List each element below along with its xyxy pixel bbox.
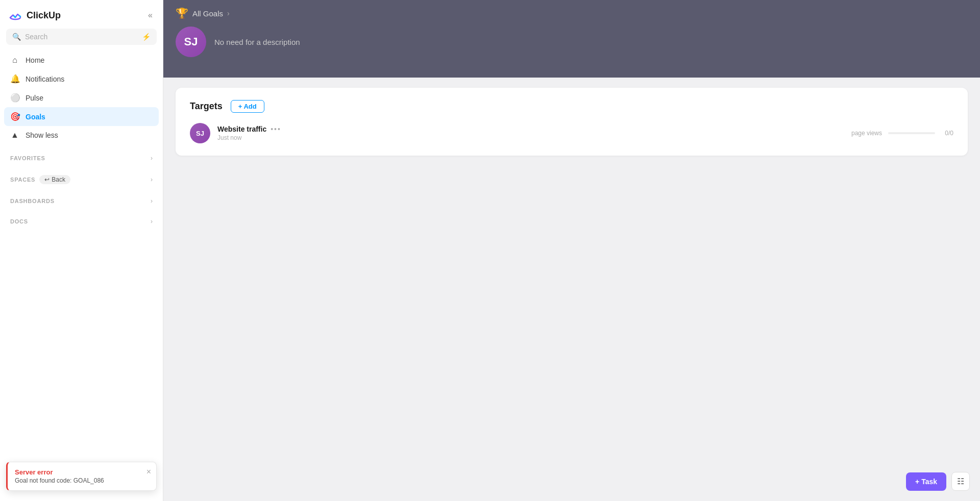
targets-title: Targets xyxy=(190,101,223,112)
back-label: Back xyxy=(52,176,65,183)
sidebar-item-home[interactable]: ⌂ Home xyxy=(4,51,159,69)
dashboards-chevron-icon: › xyxy=(151,197,153,205)
targets-header: Targets + Add xyxy=(190,100,953,113)
collapse-sidebar-button[interactable]: « xyxy=(146,9,155,22)
goal-header-section: SJ No need for a description xyxy=(163,27,980,78)
spaces-label: SPACES xyxy=(10,177,35,183)
breadcrumb-all-goals[interactable]: All Goals xyxy=(192,9,223,18)
back-pill[interactable]: ↩ Back xyxy=(39,175,70,184)
top-bar: 🏆 All Goals › xyxy=(163,0,980,27)
target-progress: page views 0/0 xyxy=(851,130,953,137)
error-message: Goal not found code: GOAL_086 xyxy=(15,477,149,484)
target-avatar: SJ xyxy=(190,123,210,143)
table-row: SJ Website traffic ••• Just now page vie… xyxy=(190,123,953,143)
lower-area xyxy=(163,166,980,501)
target-name: Website traffic xyxy=(217,125,266,133)
docs-chevron-icon: › xyxy=(151,218,153,225)
favorites-header[interactable]: FAVORITES › xyxy=(4,152,159,165)
bell-icon: 🔔 xyxy=(10,74,19,84)
spaces-section: SPACES ↩ Back › xyxy=(0,167,163,189)
favorites-section: FAVORITES › xyxy=(0,146,163,167)
app-name: ClickUp xyxy=(27,10,61,21)
add-task-button[interactable]: + Task xyxy=(906,472,946,491)
spaces-chevron-icon: › xyxy=(151,176,153,183)
progress-label: page views xyxy=(851,130,882,137)
sidebar-item-notifications[interactable]: 🔔 Notifications xyxy=(4,69,159,88)
main-content: 🏆 All Goals › SJ No need for a descripti… xyxy=(163,0,980,501)
back-arrow-icon: ↩ xyxy=(44,176,50,183)
dashboards-header[interactable]: DASHBOARDS › xyxy=(4,194,159,208)
clickup-logo-icon xyxy=(8,8,22,22)
pulse-icon: ⚪ xyxy=(10,93,19,103)
sidebar-item-label: Pulse xyxy=(26,94,43,102)
nav-items: ⌂ Home 🔔 Notifications ⚪ Pulse 🎯 Goals ▲… xyxy=(0,49,163,146)
targets-panel: Targets + Add SJ Website traffic ••• Jus… xyxy=(176,88,968,156)
target-info: Website traffic ••• Just now xyxy=(217,125,844,141)
goal-icon: 🎯 xyxy=(10,112,19,121)
target-name-row: Website traffic ••• xyxy=(217,125,844,133)
sidebar-item-label: Home xyxy=(26,56,44,64)
docs-label: DOCS xyxy=(10,218,28,224)
error-title: Server error xyxy=(15,468,149,476)
sidebar-item-label: Goals xyxy=(26,113,45,121)
dashboards-label: DASHBOARDS xyxy=(10,198,55,204)
home-icon: ⌂ xyxy=(10,56,19,65)
sidebar-item-label: Show less xyxy=(26,131,58,139)
bottom-right-actions: + Task ☷ xyxy=(906,472,970,491)
favorites-chevron-icon: › xyxy=(151,155,153,162)
add-target-button[interactable]: + Add xyxy=(231,100,264,113)
sidebar-item-label: Notifications xyxy=(26,75,64,83)
error-close-button[interactable]: × xyxy=(146,467,151,477)
search-placeholder: Search xyxy=(25,33,47,41)
goal-avatar: SJ xyxy=(176,27,206,57)
breadcrumb-separator: › xyxy=(227,9,230,17)
bolt-icon: ⚡ xyxy=(142,33,151,41)
sidebar-item-goals[interactable]: 🎯 Goals xyxy=(4,107,159,126)
favorites-label: FAVORITES xyxy=(10,155,45,161)
grid-icon: ☷ xyxy=(957,477,964,486)
dashboards-section: DASHBOARDS › xyxy=(0,189,163,210)
docs-header[interactable]: DOCS › xyxy=(4,215,159,228)
docs-section: DOCS › xyxy=(0,210,163,230)
search-bar[interactable]: 🔍 Search ⚡ xyxy=(6,29,157,45)
grid-view-button[interactable]: ☷ xyxy=(951,472,970,491)
target-time: Just now xyxy=(217,134,844,141)
progress-value: 0/0 xyxy=(941,130,953,137)
sidebar-item-pulse[interactable]: ⚪ Pulse xyxy=(4,88,159,107)
goal-description: No need for a description xyxy=(214,38,300,46)
chevron-up-icon: ▲ xyxy=(10,131,19,140)
trophy-icon: 🏆 xyxy=(176,7,188,19)
progress-bar-track xyxy=(888,132,935,134)
more-options-icon[interactable]: ••• xyxy=(271,125,281,133)
error-toast: Server error Goal not found code: GOAL_0… xyxy=(6,462,157,491)
logo-area: ClickUp xyxy=(8,8,61,22)
spaces-label-area: SPACES ↩ Back xyxy=(10,175,70,184)
search-icon: 🔍 xyxy=(12,33,21,41)
sidebar-item-show-less[interactable]: ▲ Show less xyxy=(4,126,159,144)
sidebar-header: ClickUp « xyxy=(0,0,163,29)
spaces-header[interactable]: SPACES ↩ Back › xyxy=(4,172,159,187)
sidebar: ClickUp « 🔍 Search ⚡ ⌂ Home 🔔 Notificati… xyxy=(0,0,163,501)
